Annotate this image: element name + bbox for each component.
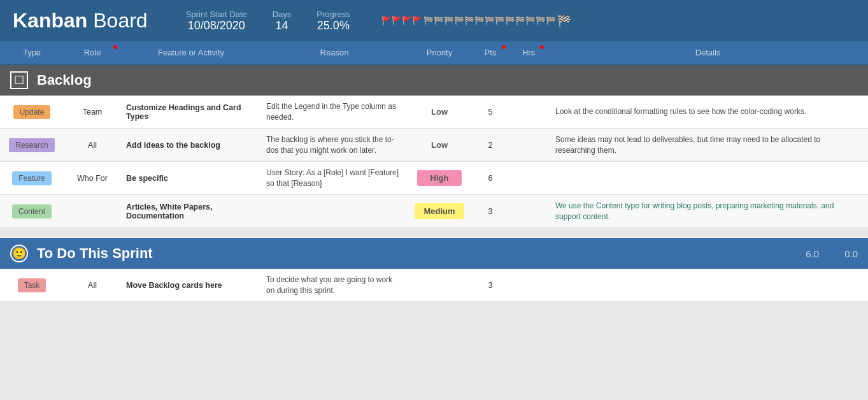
- priority-cell: [408, 269, 471, 301]
- type-cell: Content: [0, 195, 64, 227]
- table-row: Research All Add ideas to the backlog Th…: [0, 129, 868, 162]
- type-badge: Update: [13, 105, 51, 119]
- priority-badge: High: [417, 170, 462, 186]
- role-cell: Team: [64, 96, 121, 128]
- role-cell: [64, 195, 121, 227]
- priority-badge: Low: [417, 104, 462, 120]
- title-bold: Kanban: [13, 9, 87, 32]
- type-cell: Research: [0, 129, 64, 161]
- progress-flags: 🚩🚩🚩🚩 🏁🏁🏁🏁🏁🏁🏁🏁🏁🏁🏁🏁🏁 🏁: [381, 14, 571, 28]
- hrs-cell: [509, 162, 548, 194]
- type-cell: Update: [0, 96, 64, 128]
- feature-cell: Customize Headings and Card Types: [121, 96, 261, 128]
- pts-cell: 3: [471, 269, 509, 301]
- priority-cell: High: [408, 162, 471, 194]
- type-badge: Feature: [12, 171, 51, 185]
- reason-cell: [261, 195, 408, 227]
- priority-cell: Low: [408, 96, 471, 128]
- header: Kanban Board Sprint Start Date 10/08/202…: [0, 0, 868, 41]
- table-row: Update Team Customize Headings and Card …: [0, 96, 868, 129]
- feature-cell: Move Backlog cards here: [121, 269, 261, 301]
- sprint-start-value: 10/08/2020: [186, 19, 247, 32]
- todo-icon: 🙂: [10, 245, 28, 262]
- reason-cell: User Story: As a [Role] I want [Feature]…: [261, 162, 408, 194]
- col-role: Role: [64, 41, 121, 64]
- pts-cell: 2: [471, 129, 509, 161]
- days-label: Days: [273, 10, 292, 19]
- priority-badge: Low: [417, 137, 462, 153]
- col-hrs: Hrs: [509, 41, 548, 64]
- table-row: Task All Move Backlog cards here To deci…: [0, 269, 868, 302]
- role-indicator: [113, 45, 117, 49]
- col-priority: Priority: [408, 41, 471, 64]
- section-spacer: [0, 228, 868, 238]
- todo-hrs: 0.0: [844, 248, 858, 259]
- col-type: Type: [0, 41, 64, 64]
- todo-header: 🙂 To Do This Sprint 6.0 0.0: [0, 238, 868, 269]
- todo-title: To Do This Sprint: [37, 245, 153, 262]
- col-details: Details: [548, 41, 868, 64]
- type-badge: Research: [9, 138, 54, 152]
- progress-value: 25.0%: [317, 19, 350, 32]
- feature-cell: Articles, White Papers, Documentation: [121, 195, 261, 227]
- reason-cell: The backlog is where you stick the to-do…: [261, 129, 408, 161]
- pts-cell: 5: [471, 96, 509, 128]
- column-headers: Type Role Feature or Activity Reason Pri…: [0, 41, 868, 65]
- flag-2: 🏁🏁🏁🏁🏁🏁🏁🏁🏁🏁🏁🏁🏁: [423, 16, 556, 25]
- sprint-start: Sprint Start Date 10/08/2020: [186, 10, 247, 32]
- type-cell: Task: [0, 269, 64, 301]
- backlog-icon: ☐: [10, 71, 28, 89]
- todo-stats: 6.0 0.0: [806, 248, 858, 259]
- pts-cell: 3: [471, 195, 509, 227]
- hrs-cell: [509, 129, 548, 161]
- priority-badge: Medium: [415, 203, 464, 219]
- hrs-indicator: [540, 45, 544, 49]
- backlog-header: ☐ Backlog: [0, 65, 868, 96]
- title-normal: Board: [87, 9, 147, 32]
- details-cell: Look at the conditional formatting rules…: [548, 96, 868, 128]
- role-cell: All: [64, 269, 121, 301]
- todo-pts: 6.0: [806, 248, 819, 259]
- details-cell: We use the Content type for writing blog…: [548, 195, 868, 227]
- col-reason: Reason: [261, 41, 408, 64]
- progress: Progress 25.0%: [317, 10, 350, 32]
- table-row: Content Articles, White Papers, Document…: [0, 195, 868, 228]
- pts-indicator: [502, 45, 506, 49]
- days: Days 14: [273, 10, 292, 32]
- details-cell: [548, 162, 868, 194]
- role-cell: All: [64, 129, 121, 161]
- feature-cell: Be specific: [121, 162, 261, 194]
- app-title: Kanban Board: [13, 9, 148, 32]
- days-value: 14: [273, 19, 292, 32]
- header-meta: Sprint Start Date 10/08/2020 Days 14 Pro…: [186, 10, 572, 32]
- col-feature: Feature or Activity: [121, 41, 261, 64]
- reason-cell: To decide what you are going to work on …: [261, 269, 408, 301]
- type-cell: Feature: [0, 162, 64, 194]
- details-cell: [548, 269, 868, 301]
- pts-cell: 6: [471, 162, 509, 194]
- hrs-cell: [509, 96, 548, 128]
- role-cell: Who For: [64, 162, 121, 194]
- table-row: Feature Who For Be specific User Story: …: [0, 162, 868, 195]
- sprint-start-label: Sprint Start Date: [186, 10, 247, 19]
- priority-cell: Low: [408, 129, 471, 161]
- type-badge: Task: [18, 278, 46, 292]
- flag-1: 🚩🚩🚩🚩: [381, 16, 422, 25]
- details-cell: Some ideas may not lead to deliverables,…: [548, 129, 868, 161]
- hrs-cell: [509, 269, 548, 301]
- feature-cell: Add ideas to the backlog: [121, 129, 261, 161]
- col-pts: Pts: [471, 41, 509, 64]
- hrs-cell: [509, 195, 548, 227]
- priority-cell: Medium: [408, 195, 471, 227]
- backlog-title: Backlog: [37, 72, 92, 89]
- reason-cell: Edit the Legend in the Type column as ne…: [261, 96, 408, 128]
- type-badge: Content: [12, 204, 52, 218]
- progress-label: Progress: [317, 10, 350, 19]
- flag-finish: 🏁: [557, 14, 571, 28]
